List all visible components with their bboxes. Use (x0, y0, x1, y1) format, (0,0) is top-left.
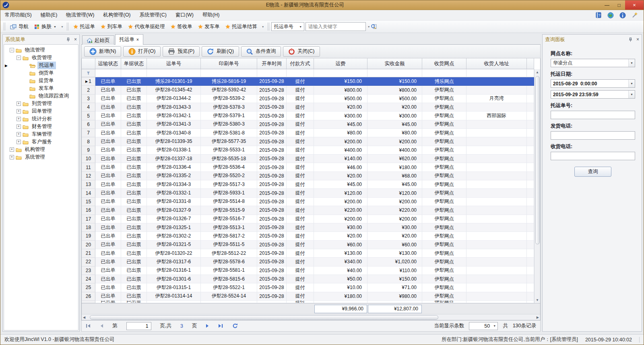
table-row[interactable]: 21已出单已出票伊犁28-01320-22伊犁28-5512-222015-09… (82, 249, 534, 258)
column-header[interactable]: 付款方式 (287, 58, 314, 69)
toolbar-overflow-button[interactable]: ▼ (366, 22, 372, 31)
vertical-scrollbar[interactable]: ▲ ▼ (534, 69, 540, 303)
table-row[interactable]: 11已出单已出票伊犁28-01336-4伊犁28-5536-42015-09-2… (82, 163, 534, 171)
expand-icon[interactable]: + (10, 155, 14, 159)
table-row[interactable]: 5已出单已出票伊犁28-01342-1伊犁28-5379-12015-09-28… (82, 112, 534, 120)
menu-item[interactable]: 辅助(E) (36, 10, 62, 20)
filter-cell[interactable] (147, 69, 201, 77)
tree-item[interactable]: +系统管理 (4, 153, 78, 161)
menu-item[interactable]: 常用功能(S) (0, 10, 36, 20)
panel-close-icon[interactable]: × (636, 37, 639, 42)
scroll-right-icon[interactable]: ▶ (537, 314, 539, 320)
tree-item[interactable]: −物流管理 (4, 46, 78, 54)
horizontal-scrollbar[interactable]: ◀ ▶ (82, 314, 540, 320)
table-row[interactable]: 23已出单已出票伊犁28-01316-1伊犁28-5581-12015-09-2… (82, 266, 534, 275)
tree-item[interactable]: +回单管理 (4, 107, 78, 115)
close-button[interactable]: 关闭(C) (283, 46, 320, 57)
table-row[interactable]: 13已出单已出票伊犁28-01334-3伊犁28-5517-32015-09-2… (82, 180, 534, 189)
table-row[interactable]: 2已出单已出票伊犁28-01345-42伊犁28-5392-422015-09-… (82, 86, 534, 94)
query-button[interactable]: 条件查询 (241, 46, 281, 57)
favorite-button[interactable]: ★代收单据处理 (125, 22, 168, 31)
scroll-down-icon[interactable]: ▼ (536, 297, 539, 303)
table-row[interactable]: 10已出单已出票伊犁28-01337-18伊犁28-5535-182015-09… (82, 155, 534, 163)
date-select[interactable]: 2015-08-29 0:00:00▼ (551, 79, 635, 88)
skin-button[interactable]: 换肤 ▼ (31, 22, 59, 31)
menu-item[interactable]: 系统管理(C) (135, 10, 171, 20)
table-row[interactable]: 18已出单已出票伊犁28-01325-1伊犁28-5513-12015-09-2… (82, 223, 534, 232)
open-button[interactable]: 打开(O) (123, 46, 161, 57)
table-row[interactable]: 12已出单已出票伊犁28-01335-2伊犁28-5520-22015-09-2… (82, 172, 534, 180)
column-header[interactable]: 运输状态 (95, 58, 121, 69)
filter-cell[interactable] (466, 69, 527, 77)
branch-select[interactable]: 华凌分点▼ (551, 59, 635, 67)
toolbar-overflow-button[interactable]: ▼ (59, 22, 65, 31)
favorite-button[interactable]: ★发车单 (195, 22, 223, 31)
filter-cell[interactable] (287, 69, 314, 77)
tree-item[interactable]: +车辆管理 (4, 130, 78, 138)
table-row[interactable]: 16已出单已出票伊犁28-01327-9伊犁28-5515-92015-09-2… (82, 206, 534, 215)
expand-icon[interactable]: + (17, 132, 21, 136)
table-row[interactable]: 8已出单已出票伊犁28-01339-35伊犁28-5577-352015-09-… (82, 137, 534, 146)
pin-icon[interactable] (629, 37, 632, 42)
navigation-button[interactable]: 导航 (7, 22, 31, 31)
column-header[interactable]: 运单号 (147, 58, 201, 69)
tab-start-page[interactable]: 起始页 (82, 35, 114, 45)
filter-cell[interactable] (367, 69, 422, 77)
query-text-input[interactable] (551, 111, 635, 119)
minimize-button[interactable]: — (601, 0, 613, 10)
scroll-left-icon[interactable]: ◀ (83, 314, 85, 320)
globe-icon[interactable] (607, 12, 614, 19)
tree-item[interactable]: 倒货单 (4, 69, 78, 77)
favorite-button[interactable]: ★签收单 (168, 22, 195, 31)
expand-icon[interactable]: + (17, 101, 21, 106)
tree-item[interactable]: ▶托运单 (4, 62, 78, 69)
tree-item[interactable]: 提货单 (4, 77, 78, 85)
date-select[interactable]: 2015-09-29 23:59:59▼ (551, 90, 635, 99)
tab-consignment[interactable]: 托运单 × (115, 34, 143, 45)
first-page-button[interactable] (86, 324, 91, 328)
tree-item[interactable]: −收货管理 (4, 54, 78, 62)
table-row[interactable]: 9已出单已出票伊犁28-01338-1伊犁28-5533-12015-09-28… (82, 146, 534, 155)
query-search-button[interactable]: 查询 (574, 167, 611, 177)
table-row[interactable]: 26已出单已出票伊犁28-01314-14伊犁28-5524-142015-09… (82, 292, 534, 301)
column-header[interactable]: 运费 (314, 58, 367, 69)
table-row[interactable]: 17已出单已出票伊犁28-01326-7伊犁28-5516-72015-09-2… (82, 215, 534, 223)
tree-item[interactable]: +机构管理 (4, 146, 78, 153)
table-row[interactable]: 24已出单已出票伊犁28-01301-6伊犁28-5815-62015-09-2… (82, 275, 534, 283)
menu-item[interactable]: 物流管理(W) (62, 10, 99, 20)
menu-item[interactable]: 机构管理(O) (99, 10, 135, 20)
expand-icon[interactable]: + (10, 147, 14, 152)
table-row[interactable]: 22已出单已出票伊犁28-01317-6伊犁28-5578-62015-09-2… (82, 258, 534, 266)
table-row[interactable]: 3已出单已出票伊犁28-01344-2伊犁28-5539-22015-09-28… (82, 95, 534, 103)
filter-cell[interactable] (314, 69, 367, 77)
tree-item[interactable]: 物流跟踪查询 (4, 92, 78, 100)
wand-icon[interactable] (632, 12, 638, 18)
refresh-page-button[interactable] (232, 323, 238, 328)
table-row[interactable]: 20已出单已出票伊犁28-01321-5伊犁28-5511-52015-09-2… (82, 241, 534, 249)
help-book-icon[interactable]: ? (595, 12, 602, 18)
previous-page-button[interactable] (100, 324, 103, 328)
table-row[interactable]: 14已出单已出票伊犁28-01332-1伊犁28-5933-12015-09-2… (82, 189, 534, 197)
filter-cell[interactable] (201, 69, 257, 77)
preview-button[interactable]: 预览(P) (163, 46, 200, 57)
expand-icon[interactable]: + (17, 109, 21, 114)
menu-item[interactable]: 窗口(W) (171, 10, 198, 20)
tree-item[interactable]: +统计分析 (4, 115, 78, 123)
column-header[interactable]: 收货网点 (422, 58, 466, 69)
vertical-scroll-thumb[interactable] (535, 76, 540, 244)
column-header[interactable]: 收货人地址 (466, 58, 527, 69)
next-page-button[interactable] (206, 324, 209, 328)
table-row[interactable]: 25已出单已出票伊犁28-01315-1伊犁28-5522-12015-09-2… (82, 283, 534, 292)
column-header[interactable]: 单据状态 (121, 58, 147, 69)
horizontal-scroll-thumb[interactable] (90, 315, 438, 320)
restore-button[interactable]: □ (613, 0, 625, 10)
table-row[interactable]: 6已出单已出票伊犁28-01341-3伊犁28-5380-32015-09-28… (82, 120, 534, 129)
column-header[interactable]: 开单时间 (257, 58, 287, 69)
menu-item[interactable]: 帮助(H) (198, 10, 224, 20)
filter-cell[interactable] (257, 69, 287, 77)
panel-close-icon[interactable]: × (74, 37, 77, 42)
tree-item[interactable]: 发车单 (4, 85, 78, 92)
table-row[interactable]: 7已出单已出票伊犁28-01340-8伊犁28-5381-82015-09-28… (82, 129, 534, 137)
table-row[interactable]: 15已出单已出票伊犁28-01331-8伊犁28-5514-82015-09-2… (82, 198, 534, 206)
column-header[interactable]: 印刷单号 (201, 58, 257, 69)
